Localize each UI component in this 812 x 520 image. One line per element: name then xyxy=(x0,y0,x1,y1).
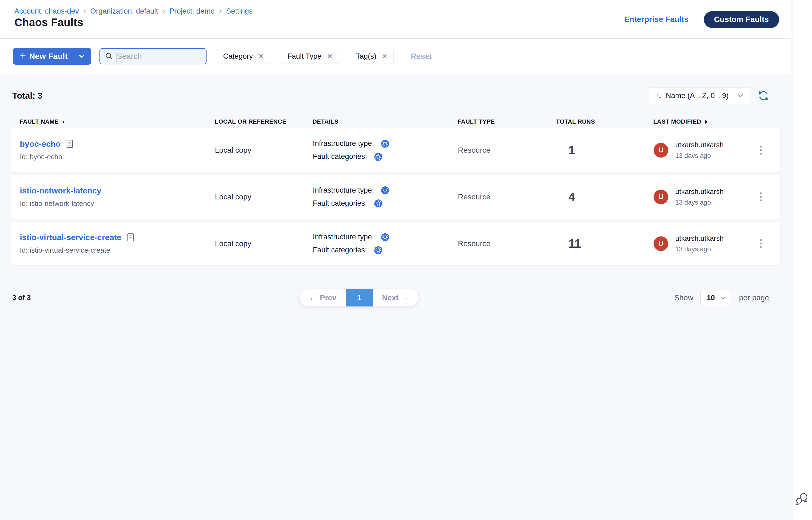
filter-chip-tags[interactable]: Tag(s) ✕ xyxy=(350,49,394,64)
sort-dropdown[interactable]: ↑↓ Name (A→Z, 0→9) xyxy=(649,87,750,104)
modified-by-label: utkarsh.utkarsh xyxy=(675,187,724,196)
fault-name-link[interactable]: istio-network-latency xyxy=(20,186,101,196)
total-count-label: Total: 3 xyxy=(12,91,43,101)
breadcrumb: Account: chaos-dev › Organization: defau… xyxy=(15,6,252,16)
infrastructure-type-label: Infrastructure type: xyxy=(313,233,374,241)
document-icon[interactable] xyxy=(127,233,134,241)
breadcrumb-project-link[interactable]: Project: demo xyxy=(169,7,215,16)
page-size-select[interactable]: 10 xyxy=(700,290,732,306)
modified-when-label: 13 days ago xyxy=(675,152,724,159)
last-modified-cell: U utkarsh.utkarsh 13 days ago xyxy=(654,141,750,159)
column-label: LAST MODIFIED xyxy=(653,118,701,125)
fault-name-link[interactable]: istio-virtual-service-create xyxy=(20,233,122,242)
page-size-value: 10 xyxy=(707,294,715,302)
last-modified-cell: U utkarsh.utkarsh 13 days ago xyxy=(654,187,750,206)
column-label: DETAILS xyxy=(312,118,338,125)
refresh-icon xyxy=(758,90,769,101)
column-label: TOTAL RUNS xyxy=(556,118,595,125)
text-caret xyxy=(117,52,117,62)
column-header-details: DETAILS xyxy=(312,118,458,125)
breadcrumb-settings-link[interactable]: Settings xyxy=(226,7,253,16)
refresh-button[interactable] xyxy=(758,90,769,101)
column-header-last-modified[interactable]: LAST MODIFIED ▲▼ xyxy=(653,118,750,125)
details-cell: Infrastructure type: Fault categories: xyxy=(313,186,458,208)
arrow-left-icon: ← xyxy=(309,293,316,302)
chevron-down-icon xyxy=(79,54,85,58)
filter-chip-label: Tag(s) xyxy=(356,52,376,60)
chevron-down-icon xyxy=(737,94,743,98)
prev-label: Prev xyxy=(320,293,336,302)
prev-page-button[interactable]: ← Prev xyxy=(300,289,346,307)
local-or-reference-value: Local copy xyxy=(215,146,313,155)
help-button[interactable] xyxy=(795,492,809,507)
infrastructure-type-label: Infrastructure type: xyxy=(313,139,374,148)
breadcrumb-separator: › xyxy=(83,6,86,16)
fault-type-value: Resource xyxy=(458,239,556,248)
show-label: Show xyxy=(674,293,693,302)
right-rail xyxy=(792,0,812,520)
document-icon[interactable] xyxy=(67,140,73,148)
breadcrumb-account-link[interactable]: Account: chaos-dev xyxy=(15,7,79,16)
next-label: Next xyxy=(382,293,399,302)
listing-controls: ↑↓ Name (A→Z, 0→9) xyxy=(649,87,769,104)
reset-filters-button[interactable]: Reset xyxy=(411,52,432,61)
new-fault-button[interactable]: + New Fault xyxy=(13,48,91,64)
search-input[interactable] xyxy=(117,52,193,61)
arrow-right-icon: → xyxy=(402,293,409,302)
table-header-row: FAULT NAME ▲ LOCAL OR REFERENCE DETAILS … xyxy=(11,115,781,128)
column-header-total-runs: TOTAL RUNS xyxy=(556,118,653,125)
header-actions: Enterprise Faults Custom Faults xyxy=(624,0,779,39)
kebab-menu-icon[interactable] xyxy=(758,144,764,157)
kebab-menu-icon[interactable] xyxy=(758,237,764,250)
total-runs-value: 1 xyxy=(556,144,654,157)
fault-id-label: Id: istio-network-latency xyxy=(20,200,215,208)
avatar: U xyxy=(654,143,668,158)
page-range-label: 3 of 3 xyxy=(12,293,31,302)
filter-chip-category[interactable]: Category ✕ xyxy=(217,49,271,64)
enterprise-faults-link[interactable]: Enterprise Faults xyxy=(624,15,689,24)
toolbar: + New Fault Category xyxy=(0,39,791,74)
fault-name-link[interactable]: byoc-echo xyxy=(20,139,60,149)
kubernetes-icon xyxy=(380,186,390,195)
close-icon[interactable]: ✕ xyxy=(327,53,333,60)
filter-chip-label: Category xyxy=(223,52,253,60)
sort-ascending-icon: ▲ xyxy=(61,120,66,124)
next-page-button[interactable]: Next → xyxy=(373,289,419,307)
kubernetes-icon xyxy=(380,139,390,148)
kebab-menu-icon[interactable] xyxy=(758,190,764,204)
filter-chip-fault-type[interactable]: Fault Type ✕ xyxy=(281,49,339,64)
kubernetes-icon xyxy=(374,152,383,161)
sort-dropdown-value: Name (A→Z, 0→9) xyxy=(666,92,729,100)
avatar: U xyxy=(654,236,668,251)
modified-when-label: 13 days ago xyxy=(675,199,724,206)
custom-faults-button[interactable]: Custom Faults xyxy=(704,11,779,28)
modified-when-label: 13 days ago xyxy=(675,245,724,253)
close-icon[interactable]: ✕ xyxy=(382,53,387,60)
column-header-fault-type: FAULT TYPE xyxy=(458,118,556,125)
new-fault-dropdown-toggle[interactable] xyxy=(74,54,90,58)
search-icon xyxy=(105,52,113,60)
close-icon[interactable]: ✕ xyxy=(258,53,264,60)
page-title: Chaos Faults xyxy=(15,16,83,28)
fault-categories-label: Fault categories: xyxy=(313,246,367,254)
details-cell: Infrastructure type: Fault categories: xyxy=(313,139,458,161)
last-modified-cell: U utkarsh.utkarsh 13 days ago xyxy=(654,234,750,253)
chevron-down-icon xyxy=(720,296,726,300)
kubernetes-icon xyxy=(374,199,383,208)
column-label: LOCAL OR REFERENCE xyxy=(215,118,286,125)
column-header-fault-name[interactable]: FAULT NAME ▲ xyxy=(20,118,215,125)
column-label: FAULT TYPE xyxy=(458,118,495,125)
listing-bar: Total: 3 ↑↓ Name (A→Z, 0→9) xyxy=(11,87,781,104)
table-row: istio-virtual-service-create Id: istio-v… xyxy=(11,222,781,266)
chaos-faults-page: Account: chaos-dev › Organization: defau… xyxy=(0,0,812,520)
modified-by-label: utkarsh.utkarsh xyxy=(675,141,724,149)
breadcrumb-separator: › xyxy=(219,6,222,16)
page-number-button[interactable]: 1 xyxy=(346,289,373,307)
kubernetes-icon xyxy=(374,245,383,255)
kubernetes-icon xyxy=(380,233,390,242)
avatar: U xyxy=(654,190,668,204)
chat-bubbles-icon xyxy=(795,492,809,506)
breadcrumb-organization-link[interactable]: Organization: default xyxy=(90,7,158,16)
local-or-reference-value: Local copy xyxy=(215,239,313,248)
fault-categories-label: Fault categories: xyxy=(313,152,367,161)
